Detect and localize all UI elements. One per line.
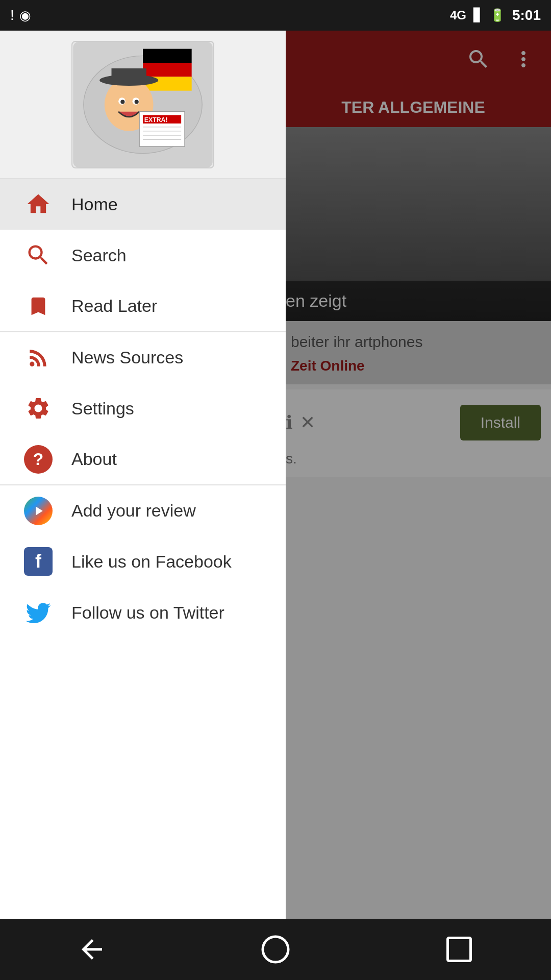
facebook-icon: f xyxy=(24,547,53,576)
back-button[interactable] xyxy=(71,929,112,970)
facebook-icon-wrapper: f xyxy=(20,544,56,579)
svg-rect-2 xyxy=(143,48,192,62)
bookmark-icon-wrapper xyxy=(20,288,56,324)
svg-rect-3 xyxy=(143,63,192,77)
svg-point-11 xyxy=(135,100,139,104)
svg-rect-7 xyxy=(112,68,146,83)
network-type: 4G xyxy=(450,8,466,22)
warning-icon: ! xyxy=(10,7,14,23)
twitter-icon-wrapper xyxy=(20,595,56,630)
sidebar-item-news-sources-label: News Sources xyxy=(71,348,183,368)
playstore-icon-wrapper xyxy=(20,493,56,529)
svg-text:EXTRA!: EXTRA! xyxy=(144,116,168,124)
battery-icon: 🔋 xyxy=(490,8,505,22)
playstore-icon xyxy=(24,497,53,525)
home-icon-wrapper xyxy=(20,186,56,222)
sidebar-item-read-later-label: Read Later xyxy=(71,296,157,316)
sidebar-item-twitter[interactable]: Follow us on Twitter xyxy=(0,587,286,638)
sidebar-item-settings[interactable]: Settings xyxy=(0,383,286,434)
settings-icon-wrapper xyxy=(20,390,56,426)
sidebar-item-twitter-label: Follow us on Twitter xyxy=(71,603,224,623)
svg-point-10 xyxy=(120,100,124,104)
sidebar-item-home-label: Home xyxy=(71,194,118,214)
about-icon-wrapper: ? xyxy=(20,442,56,477)
time-display: 5:01 xyxy=(512,7,541,23)
status-bar: ! ◉ 4G ▋ 🔋 5:01 xyxy=(0,0,551,31)
status-left: ! ◉ xyxy=(10,7,31,23)
sidebar-item-search-label: Search xyxy=(71,246,127,265)
svg-rect-20 xyxy=(448,938,471,961)
status-right: 4G ▋ 🔋 5:01 xyxy=(450,7,541,23)
sidebar-item-home[interactable]: Home xyxy=(0,179,286,230)
sidebar-item-search[interactable]: Search xyxy=(0,230,286,281)
search-icon-wrapper xyxy=(20,237,56,273)
sidebar-item-add-review-label: Add your review xyxy=(71,501,196,521)
sidebar-item-about[interactable]: ? About xyxy=(0,434,286,485)
side-drawer: EXTRA! Home Search xyxy=(0,31,286,949)
sidebar-item-news-sources[interactable]: News Sources xyxy=(0,332,286,383)
bottom-navigation-bar xyxy=(0,919,551,980)
sidebar-item-about-label: About xyxy=(71,449,117,469)
sidebar-item-add-review[interactable]: Add your review xyxy=(0,485,286,536)
signal-icon: ▋ xyxy=(473,8,483,22)
sidebar-item-facebook-label: Like us on Facebook xyxy=(71,552,232,572)
about-icon: ? xyxy=(24,445,53,474)
drawer-header: EXTRA! xyxy=(0,31,286,179)
sidebar-item-read-later[interactable]: Read Later xyxy=(0,281,286,332)
recents-button[interactable] xyxy=(439,929,480,970)
app-logo: EXTRA! xyxy=(71,41,214,168)
notification-icon: ◉ xyxy=(19,8,31,23)
rss-icon-wrapper xyxy=(20,340,56,376)
svg-point-19 xyxy=(263,937,288,962)
sidebar-item-settings-label: Settings xyxy=(71,399,134,419)
sidebar-item-facebook[interactable]: f Like us on Facebook xyxy=(0,536,286,587)
home-button[interactable] xyxy=(255,929,296,970)
